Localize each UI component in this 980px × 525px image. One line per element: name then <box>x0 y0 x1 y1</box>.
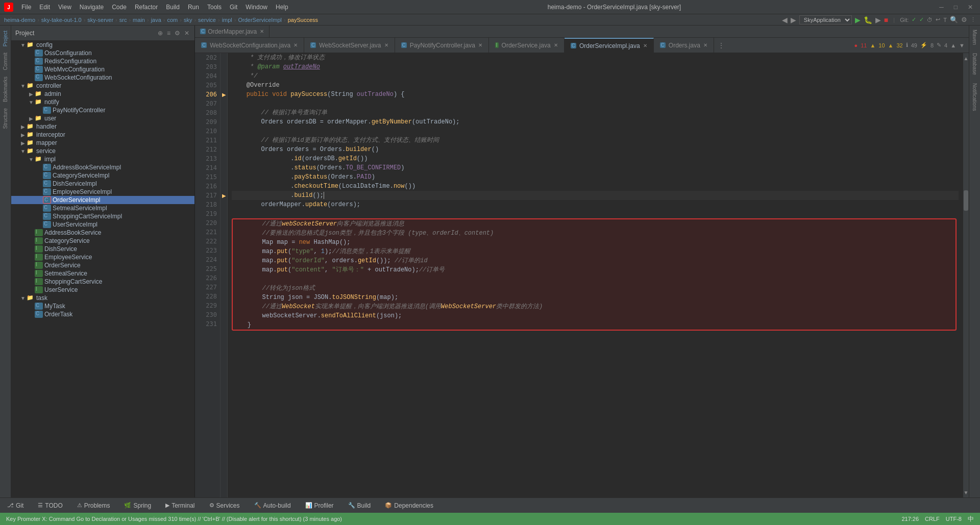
menu-refactor[interactable]: Refactor <box>131 2 162 13</box>
tab-close-button[interactable]: ✕ <box>703 42 707 48</box>
tab-websocketserver[interactable]: C WebSocketServer.java ✕ <box>304 38 395 53</box>
code-content[interactable]: * 支付成功，修改订单状态 * @param outTradeNo */ @Ov… <box>228 53 963 497</box>
git-check2[interactable]: ✓ <box>919 16 924 23</box>
scroll-down[interactable]: ▼ <box>959 42 965 48</box>
tree-arrow-config[interactable]: ▼ <box>19 42 27 48</box>
stop-button[interactable]: ■ <box>884 16 888 24</box>
menu-view[interactable]: View <box>54 2 76 13</box>
tab-orders[interactable]: C Orders.java ✕ <box>654 38 714 53</box>
tree-arrow-admin[interactable]: ▶ <box>28 91 35 97</box>
scroll-up[interactable]: ▲ <box>950 42 956 48</box>
gutter-arrow-217[interactable]: ▶ <box>220 191 227 200</box>
tree-item-user-folder[interactable]: ▶ 📁 user <box>11 114 194 122</box>
tree-item-config[interactable]: ▼ 📁 config <box>11 41 194 49</box>
run-config-selector[interactable]: SkyApplication <box>799 15 852 24</box>
window-close[interactable]: ✕ <box>965 4 976 11</box>
tab-websocketconfiguration[interactable]: C WebSocketConfiguration.java ✕ <box>195 38 304 53</box>
tree-item-shoppingcartserviceimpl[interactable]: C ShoppingCartServiceImpl <box>11 212 194 220</box>
menu-navigate[interactable]: Navigate <box>76 2 108 13</box>
tree-item-ossconfiguration[interactable]: C OssConfiguration <box>11 49 194 57</box>
tree-item-ordertask[interactable]: C OrderTask <box>11 310 194 318</box>
bottom-tab-git[interactable]: ⎇ Git <box>4 500 27 511</box>
menu-run[interactable]: Run <box>184 2 203 13</box>
tree-item-admin[interactable]: ▶ 📁 admin <box>11 90 194 98</box>
bottom-tab-profiler[interactable]: 📊 Profiler <box>302 500 337 511</box>
menu-code[interactable]: Code <box>108 2 131 13</box>
bottom-tab-problems[interactable]: ⚠ Problems <box>74 500 113 511</box>
project-header-sync[interactable]: ⊕ <box>157 29 164 38</box>
scroll-down-btn[interactable]: ▼ <box>963 487 969 497</box>
tree-item-employeeserviceimpl[interactable]: C EmployeeServiceImpl <box>11 188 194 196</box>
bottom-tab-build[interactable]: 🔧 Build <box>345 500 374 511</box>
tab-close-button[interactable]: ✕ <box>384 42 388 48</box>
tree-item-notify[interactable]: ▼ 📁 notify <box>11 98 194 106</box>
notifications-icon[interactable]: Notifications <box>971 79 978 115</box>
breadcrumb-server[interactable]: sky-server <box>87 17 113 23</box>
tree-item-dishserviceimpl[interactable]: C DishServiceImpl <box>11 180 194 188</box>
project-header-close[interactable]: ✕ <box>183 29 190 38</box>
structure-icon[interactable]: Structure <box>2 105 9 132</box>
tree-arrow-notify[interactable]: ▼ <box>28 99 35 105</box>
tree-item-userserviceimpl[interactable]: C UserServiceImpl <box>11 220 194 229</box>
bottom-tab-autobuild[interactable]: 🔨 Auto-build <box>251 500 294 511</box>
tree-item-categoryserviceimpl[interactable]: C CategoryServiceImpl <box>11 171 194 180</box>
tree-item-addressbookserviceimpl[interactable]: C AddressBookServiceImpl <box>11 163 194 171</box>
tab-orderservice[interactable]: I OrderService.java ✕ <box>489 38 565 53</box>
tree-item-impl[interactable]: ▼ 📁 impl <box>11 155 194 163</box>
window-minimize[interactable]: ─ <box>936 4 947 11</box>
tree-item-setmealserviceimpl[interactable]: C SetmealServiceImpl <box>11 204 194 212</box>
tree-item-dishservice[interactable]: I DishService <box>11 245 194 253</box>
run-with-coverage[interactable]: ▶ <box>875 16 881 24</box>
tree-arrow-user[interactable]: ▶ <box>28 116 35 121</box>
tab-more-button[interactable]: ⋮ <box>714 38 728 53</box>
tree-item-orderserviceimpl[interactable]: C OrderServiceImpl <box>11 196 194 204</box>
breadcrumb-class[interactable]: OrderServiceImpl <box>238 17 282 23</box>
project-header-collapse[interactable]: ≡ <box>166 29 172 38</box>
project-header-settings[interactable]: ⚙ <box>174 29 181 38</box>
tab-close-button[interactable]: ✕ <box>554 42 558 48</box>
bottom-tab-dependencies[interactable]: 📦 Dependencies <box>382 500 436 511</box>
tree-item-shoppingcartservice[interactable]: I ShoppingCartService <box>11 278 194 286</box>
tree-item-webmvcconfiguration[interactable]: C WebMvcConfiguration <box>11 65 194 73</box>
tree-item-userservice[interactable]: I UserService <box>11 286 194 294</box>
tab-close-button[interactable]: ✕ <box>293 42 298 48</box>
tree-item-websocketconfiguration[interactable]: C WebSocketConfiguration <box>11 73 194 82</box>
git-clock[interactable]: ⏱ <box>927 17 933 23</box>
window-maximize[interactable]: □ <box>951 4 961 11</box>
tree-item-paynotifycontroller[interactable]: C PayNotifyController <box>11 106 194 114</box>
bottom-tab-todo[interactable]: ☰ TODO <box>35 500 65 511</box>
status-position[interactable]: 217:26 <box>901 516 919 522</box>
tab-orderserviceimpl[interactable]: C OrderServiceImpl.java ✕ <box>565 38 654 53</box>
tab-ordermapper[interactable]: C OrderMapper.java ✕ <box>195 26 270 37</box>
tree-item-employeeservice[interactable]: I EmployeeService <box>11 253 194 261</box>
settings[interactable]: ⚙ <box>961 16 967 23</box>
tab-close-button[interactable]: ✕ <box>643 43 647 48</box>
tree-item-task[interactable]: ▼ 📁 task <box>11 294 194 302</box>
git-check[interactable]: ✓ <box>912 16 916 23</box>
tree-item-setmealservice[interactable]: I SetmealService <box>11 269 194 278</box>
bookmarks-icon[interactable]: Bookmarks <box>2 73 9 105</box>
maven-icon[interactable]: Maven <box>971 26 978 49</box>
project-icon[interactable]: Project <box>2 28 9 49</box>
tab-close-icon[interactable]: ✕ <box>260 29 264 34</box>
menu-git[interactable]: Git <box>226 2 241 13</box>
debug-button[interactable]: 🐛 <box>864 16 872 24</box>
tab-paynotifycontroller[interactable]: C PayNotifyController.java ✕ <box>395 38 489 53</box>
tab-close-button[interactable]: ✕ <box>478 42 482 48</box>
tree-arrow-controller[interactable]: ▼ <box>19 83 27 89</box>
scroll-thumb[interactable] <box>964 190 968 211</box>
menu-edit[interactable]: Edit <box>35 2 54 13</box>
bottom-tab-spring[interactable]: 🌿 Spring <box>121 500 154 511</box>
gutter-arrow-206[interactable]: ▶ <box>220 90 227 99</box>
tree-item-interceptor[interactable]: ▶ 📁 interceptor <box>11 131 194 139</box>
tree-item-categoryservice[interactable]: I CategoryService <box>11 237 194 245</box>
tree-item-mapper[interactable]: ▶ 📁 mapper <box>11 139 194 147</box>
tree-item-controller[interactable]: ▼ 📁 controller <box>11 82 194 90</box>
status-charset[interactable]: UTF-8 <box>946 516 962 522</box>
navigate-back[interactable]: ◀ <box>782 16 788 24</box>
tree-item-service[interactable]: ▼ 📁 service <box>11 147 194 155</box>
menu-tools[interactable]: Tools <box>203 2 226 13</box>
status-encoding[interactable]: CRLF <box>925 516 940 522</box>
tree-item-handler[interactable]: ▶ 📁 handler <box>11 122 194 131</box>
menu-file[interactable]: File <box>17 2 35 13</box>
